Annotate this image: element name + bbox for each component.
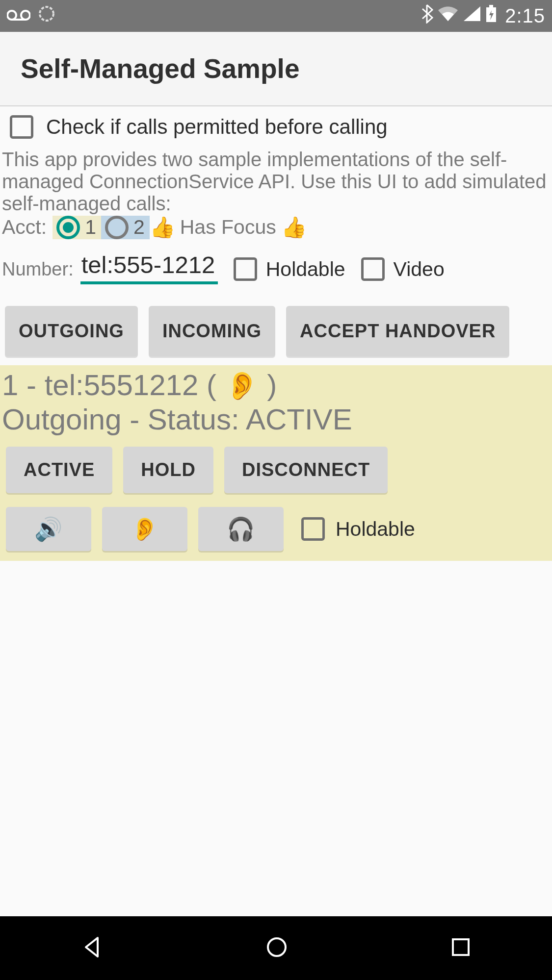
permitted-checkbox[interactable]: [10, 115, 33, 139]
account-radio-1[interactable]: 1: [53, 216, 101, 239]
voicemail-icon: [7, 5, 30, 26]
call-card: 1 - tel:5551212 ( 👂 ) Outgoing - Status:…: [0, 365, 552, 561]
page-title: Self-Managed Sample: [21, 53, 299, 84]
call-status-line: Outgoing - Status: ACTIVE: [2, 402, 550, 437]
account-1-number: 1: [85, 216, 96, 239]
home-button[interactable]: [263, 934, 290, 962]
thumbs-up-icon: 👍: [150, 215, 175, 239]
audio-route-buttons: 🔊 👂 🎧 Holdable: [2, 495, 550, 553]
call-title-line: 1 - tel:5551212 ( 👂 ): [2, 368, 550, 402]
svg-point-0: [7, 11, 16, 20]
status-clock: 2:15: [505, 5, 545, 27]
description-text: This app provides two sample implementat…: [0, 148, 552, 214]
video-label: Video: [394, 258, 445, 281]
holdable-checkbox-row[interactable]: Holdable: [234, 257, 345, 281]
content-area: Check if calls permitted before calling …: [0, 106, 552, 916]
recents-button[interactable]: [448, 935, 473, 961]
earpiece-button[interactable]: 👂: [102, 507, 187, 551]
call-holdable-checkbox[interactable]: [301, 517, 325, 541]
account-label: Acct:: [2, 216, 47, 239]
svg-point-1: [21, 11, 30, 20]
cell-signal-icon: [463, 5, 481, 26]
system-nav-bar: [0, 916, 552, 980]
sync-icon: [38, 5, 55, 26]
status-bar: 2:15: [0, 0, 552, 32]
svg-rect-7: [453, 939, 469, 955]
accept-handover-button[interactable]: ACCEPT HANDOVER: [286, 306, 509, 356]
call-state-buttons: ACTIVE HOLD DISCONNECT: [2, 437, 550, 495]
back-button[interactable]: [79, 934, 105, 962]
radio-selected-icon: [56, 216, 80, 239]
number-input[interactable]: [80, 251, 218, 284]
account-2-number: 2: [133, 216, 145, 239]
bluetooth-icon: [421, 4, 433, 28]
account-radio-2[interactable]: 2: [101, 216, 150, 239]
headset-button[interactable]: 🎧: [198, 507, 284, 551]
svg-point-6: [268, 938, 286, 956]
account-selector-row: Acct: 1 2 👍 Has Focus 👍: [0, 214, 552, 239]
video-checkbox-row[interactable]: Video: [361, 257, 445, 281]
wifi-icon: [437, 5, 459, 26]
speaker-button[interactable]: 🔊: [6, 507, 91, 551]
svg-rect-5: [489, 5, 493, 7]
svg-point-3: [40, 7, 53, 21]
call-holdable-checkbox-row[interactable]: Holdable: [301, 517, 415, 541]
call-holdable-label: Holdable: [336, 518, 415, 541]
thumbs-up-icon: 👍: [281, 215, 307, 239]
permitted-checkbox-row[interactable]: Check if calls permitted before calling: [0, 106, 552, 148]
number-label: Number:: [2, 259, 74, 280]
action-button-row: OUTGOING INCOMING ACCEPT HANDOVER: [0, 288, 552, 365]
video-checkbox[interactable]: [361, 257, 385, 281]
outgoing-button[interactable]: OUTGOING: [5, 306, 138, 356]
holdable-label: Holdable: [266, 258, 345, 281]
permitted-checkbox-label: Check if calls permitted before calling: [46, 115, 388, 139]
has-focus-label: Has Focus: [180, 216, 276, 239]
number-row: Number: Holdable Video: [0, 239, 552, 288]
holdable-checkbox[interactable]: [234, 257, 257, 281]
disconnect-button[interactable]: DISCONNECT: [224, 447, 388, 493]
call-identity-text: 1 - tel:5551212 (: [2, 369, 225, 402]
active-button[interactable]: ACTIVE: [6, 447, 112, 493]
app-header: Self-Managed Sample: [0, 32, 552, 106]
incoming-button[interactable]: INCOMING: [149, 306, 275, 356]
ear-icon: 👂: [225, 370, 259, 401]
hold-button[interactable]: HOLD: [123, 447, 213, 493]
battery-charging-icon: [485, 4, 497, 27]
call-identity-suffix: ): [259, 369, 277, 402]
radio-unselected-icon: [105, 216, 129, 239]
